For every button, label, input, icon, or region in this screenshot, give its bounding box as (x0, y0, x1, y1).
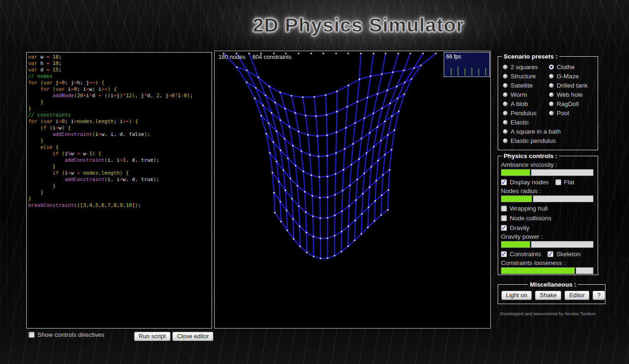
code-line: var h = 10; (28, 60, 212, 67)
scenario-option-label: 2 squares (511, 64, 538, 70)
radio-icon[interactable] (503, 120, 508, 125)
gravity-power-label: Gravity power : (501, 233, 598, 240)
fps-bar (451, 68, 452, 76)
code-line: if (i+w < nodes.length) { (28, 170, 212, 176)
code-line: addConstraint(i, i+w, d, true); (28, 176, 212, 183)
checkbox-box[interactable] (555, 179, 561, 185)
constraints-checkbox[interactable]: ✓Constraints (501, 251, 541, 258)
radio-icon[interactable] (503, 101, 508, 106)
radio-icon[interactable] (549, 83, 554, 88)
scenario-option-g-maze[interactable]: G-Maze (549, 71, 588, 81)
code-line: breakConstraints([3,4,5,6,7,8,9,10]); (28, 202, 212, 209)
code-line: } (28, 138, 212, 144)
node-collisions-checkbox[interactable]: Node collisions (501, 215, 552, 222)
checkbox-label: Display nodes (510, 179, 549, 186)
scenario-option-ragdoll[interactable]: RagDoll (549, 99, 588, 108)
scenario-option-web-hole[interactable]: Web hole (549, 90, 588, 99)
checkbox-label: Node collisions (510, 215, 552, 222)
misc-buttons: Light onShakeEditor? (501, 289, 605, 300)
fps-bar (458, 67, 459, 76)
miscellaneous-group: Miscellaneous : Light onShakeEditor? (498, 281, 605, 304)
scenario-option-elastic-pendulus[interactable]: Elastic pendulus (503, 136, 561, 145)
radio-icon[interactable] (503, 129, 508, 134)
close-editor-button[interactable]: Close editor (172, 332, 213, 341)
looseness-slider[interactable] (501, 267, 594, 274)
code-line: if (i<w) { (28, 125, 212, 131)
scenario-option-label: Pool (557, 110, 569, 117)
checkbox-box[interactable]: ✓ (501, 251, 507, 257)
scenario-option-label: Satellite (511, 82, 533, 89)
scenario-option-label: Elastic pendulus (511, 137, 556, 144)
code-line: addConstraint(i+w, i, d, false); (28, 131, 212, 138)
editor-button[interactable]: Editor (564, 291, 589, 300)
code-line: } (28, 106, 212, 112)
radio-icon[interactable] (549, 92, 554, 97)
scenario-option-drilled-tank[interactable]: Drilled tank (549, 81, 588, 90)
radio-icon[interactable] (503, 65, 508, 70)
fps-bar (478, 69, 479, 76)
radio-icon[interactable] (503, 111, 508, 116)
editor-bottom-bar: Show controls directives Run script Clos… (29, 331, 212, 342)
code-line: } (28, 189, 212, 196)
gravity-power-slider[interactable] (501, 241, 594, 248)
radio-icon[interactable] (549, 111, 554, 116)
viscosity-slider[interactable] (501, 169, 594, 176)
checkbox-box[interactable] (29, 332, 35, 338)
simulation-canvas[interactable] (215, 51, 490, 328)
code-line: if (i%w < w-1) { (28, 151, 212, 157)
gravity-checkbox[interactable]: ✓Gravity (501, 224, 529, 231)
run-script-button[interactable]: Run script (134, 332, 170, 341)
code-line: for (var i=0; i<nodes.length; i++) { (28, 118, 212, 125)
radio-icon[interactable] (549, 101, 554, 106)
scenario-option-label: RagDoll (557, 100, 579, 107)
scenario-option-a-square-in-a-bath[interactable]: A square in a bath (503, 127, 561, 136)
code-line: else { (28, 144, 212, 151)
checkbox-label: Constraints (510, 251, 541, 258)
flat-checkbox[interactable]: Flat (555, 179, 575, 186)
scenario-presets-group: Scenario presets : 2 squaresStructureSat… (498, 53, 598, 150)
checkbox-box[interactable]: ✓ (501, 179, 507, 185)
radio-icon[interactable] (549, 74, 554, 79)
scenario-option-label: Worm (511, 91, 527, 98)
code-line: // nodes (28, 73, 212, 80)
checkbox-box[interactable]: ✓ (501, 225, 507, 231)
simulation-viewport[interactable]: 180 nodes 604 constraints 66 fps (214, 51, 491, 329)
checkbox-box[interactable] (501, 205, 507, 211)
shake-button[interactable]: Shake (535, 291, 561, 300)
simulation-stats: 180 nodes 604 constraints (218, 54, 292, 60)
checkbox-box[interactable]: ✓ (547, 251, 553, 257)
scenario-option-elastic[interactable]: Elastic (503, 117, 561, 127)
skeleton-checkbox[interactable]: ✓Skeleton (547, 251, 581, 258)
checkbox-box[interactable] (501, 215, 507, 221)
checkbox-label: Skeleton (556, 251, 581, 258)
radio-icon[interactable] (503, 83, 508, 88)
show-directives-checkbox[interactable]: Show controls directives (29, 331, 105, 338)
code-editor[interactable]: var w = 18;var h = 10;var d = 15;// node… (26, 52, 212, 329)
fps-counter: 66 fps (446, 53, 489, 60)
fps-bar (485, 68, 486, 76)
physics-controls-legend: Physics controls : (502, 153, 559, 159)
scenario-option-label: Web hole (557, 91, 583, 98)
checkbox-label: Wrapping hull (510, 205, 547, 212)
scenario-option-clothe[interactable]: Clothe (549, 62, 588, 71)
nodes-radius-slider[interactable] (501, 195, 594, 202)
code-line: for (var i=0; i<w; i++) { (28, 86, 212, 93)
code-line: } (28, 196, 212, 202)
code-line: var w = 18; (28, 54, 212, 60)
light-on-button[interactable]: Light on (501, 291, 532, 300)
help-button[interactable]: ? (593, 291, 605, 300)
credit-text: Developped and awesomized by Nicolas Tam… (498, 311, 598, 316)
radio-icon[interactable] (503, 92, 508, 97)
display-nodes-checkbox[interactable]: ✓Display nodes (501, 179, 549, 186)
scenario-option-pool[interactable]: Pool (549, 108, 588, 117)
fps-history-bars (444, 65, 489, 76)
radio-icon[interactable] (549, 65, 554, 70)
radio-icon[interactable] (503, 138, 508, 143)
code-line: // constraints (28, 112, 212, 118)
code-line: } (28, 164, 212, 170)
page-title: 2D Physics Simulator (220, 14, 497, 36)
nodes-radius-label: Nodes radius : (501, 188, 598, 194)
nodes-count: 180 nodes (218, 54, 245, 60)
wrapping-hull-checkbox[interactable]: Wrapping hull (501, 205, 547, 212)
radio-icon[interactable] (503, 74, 508, 79)
